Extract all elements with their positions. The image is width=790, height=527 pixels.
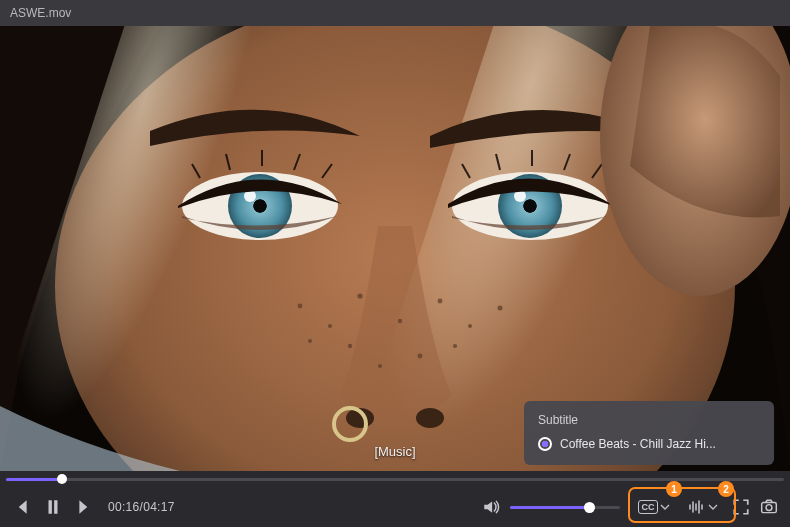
- svg-point-23: [298, 304, 303, 309]
- svg-point-27: [438, 299, 443, 304]
- fullscreen-icon: [732, 498, 750, 516]
- svg-point-25: [357, 293, 362, 298]
- svg-point-33: [453, 344, 457, 348]
- chevron-down-icon: [660, 502, 670, 512]
- volume-control: [482, 498, 620, 516]
- subtitle-option[interactable]: Coffee Beats - Chill Jazz Hi...: [538, 437, 760, 451]
- svg-point-29: [498, 306, 503, 311]
- svg-point-32: [378, 364, 382, 368]
- svg-point-30: [348, 344, 352, 348]
- volume-icon: [482, 498, 500, 516]
- chevron-down-icon: [708, 502, 718, 512]
- svg-rect-36: [49, 500, 52, 514]
- prev-frame-icon: [12, 498, 30, 516]
- volume-button[interactable]: [482, 498, 500, 516]
- progress-track: [6, 478, 784, 481]
- progress-fill: [6, 478, 61, 481]
- radio-selected-icon: [538, 437, 552, 451]
- video-player-window: ASWE.mov: [0, 0, 790, 527]
- video-viewport[interactable]: [Music] Subtitle Coffee Beats - Chill Ja…: [0, 26, 790, 471]
- waveform-icon: [688, 499, 706, 515]
- caption-text: [Music]: [374, 444, 415, 459]
- controls-bar: 00:16/04:17 1 2 CC: [0, 487, 790, 527]
- subtitle-popup: Subtitle Coffee Beats - Chill Jazz Hi...: [524, 401, 774, 465]
- volume-fill: [510, 506, 588, 509]
- audio-track-button[interactable]: [684, 497, 722, 517]
- svg-point-24: [328, 324, 332, 328]
- cc-icon: CC: [638, 500, 658, 514]
- right-controls: 1 2 CC: [634, 497, 778, 517]
- snapshot-button[interactable]: [760, 498, 778, 516]
- next-frame-button[interactable]: [76, 498, 94, 516]
- window-filename: ASWE.mov: [10, 6, 772, 20]
- svg-point-31: [418, 354, 423, 359]
- volume-thumb[interactable]: [584, 502, 595, 513]
- subtitle-cc-button[interactable]: CC: [634, 498, 674, 516]
- svg-point-21: [416, 408, 444, 428]
- camera-icon: [760, 498, 778, 516]
- svg-point-44: [766, 505, 772, 511]
- fullscreen-button[interactable]: [732, 498, 750, 516]
- svg-rect-37: [54, 500, 57, 514]
- svg-point-28: [468, 324, 472, 328]
- play-pause-button[interactable]: [44, 498, 62, 516]
- svg-point-34: [308, 339, 312, 343]
- pause-icon: [44, 498, 62, 516]
- svg-point-6: [244, 190, 256, 202]
- time-display: 00:16/04:17: [108, 500, 175, 514]
- subtitle-popup-heading: Subtitle: [538, 413, 760, 427]
- previous-frame-button[interactable]: [12, 498, 30, 516]
- titlebar: ASWE.mov: [0, 0, 790, 26]
- svg-point-26: [398, 319, 402, 323]
- subtitle-track-label: Coffee Beats - Chill Jazz Hi...: [560, 437, 716, 451]
- progress-bar[interactable]: [0, 471, 790, 487]
- progress-thumb[interactable]: [57, 474, 67, 484]
- volume-slider[interactable]: [510, 506, 620, 509]
- next-frame-icon: [76, 498, 94, 516]
- close-button[interactable]: [772, 5, 780, 21]
